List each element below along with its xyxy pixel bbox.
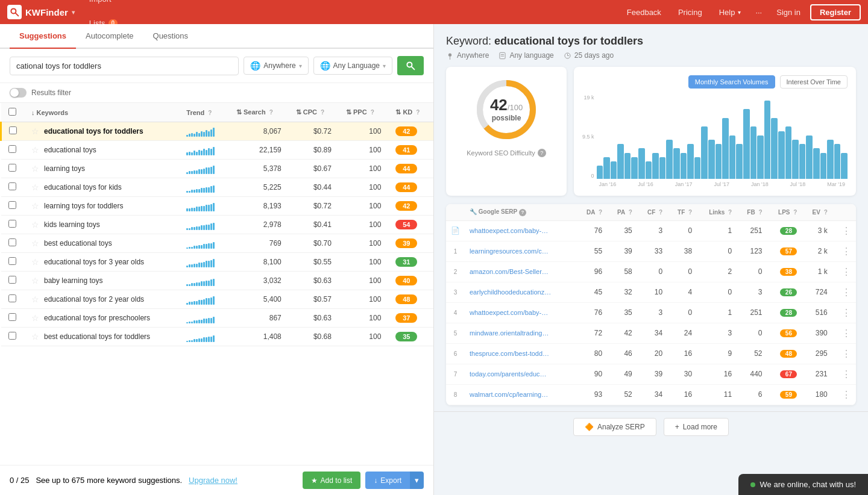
panel-tab-questions[interactable]: Questions <box>143 24 198 49</box>
star-button[interactable]: ☆ <box>31 257 39 267</box>
select-all-checkbox[interactable] <box>8 108 16 116</box>
brand-chevron-icon[interactable]: ▾ <box>72 9 75 16</box>
search-button[interactable] <box>397 56 424 75</box>
add-list-button[interactable]: ★ Add to list <box>303 472 361 489</box>
serp-more-button[interactable]: ⋮ <box>841 287 851 297</box>
panel-tab-autocomplete[interactable]: Autocomplete <box>76 24 143 49</box>
keyword-name[interactable]: best educational toys for toddlers <box>44 332 150 341</box>
serp-more-button[interactable]: ⋮ <box>841 349 851 359</box>
row-checkbox[interactable] <box>8 182 16 190</box>
brand[interactable]: KWFinder ▾ <box>7 5 75 19</box>
nav-signin[interactable]: Sign in <box>769 0 808 24</box>
keyword-name[interactable]: learning toys <box>44 164 85 173</box>
interest-over-time-button[interactable]: Interest Over Time <box>780 75 848 89</box>
serp-link[interactable]: whattoexpect.com/baby-… <box>470 227 548 234</box>
serp-more-button[interactable]: ⋮ <box>841 226 851 236</box>
star-button[interactable]: ☆ <box>31 126 39 136</box>
th-keywords[interactable]: ↓ Keywords <box>24 103 179 122</box>
ppc-cell: 100 <box>339 122 388 141</box>
upgrade-link[interactable]: Upgrade now! <box>189 476 237 485</box>
row-checkbox[interactable] <box>8 332 16 340</box>
star-button[interactable]: ☆ <box>31 238 39 248</box>
trend-bar <box>196 207 198 211</box>
row-checkbox[interactable] <box>8 276 16 284</box>
serp-link[interactable]: today.com/parents/educ… <box>470 370 547 378</box>
serp-kd-badge: 48 <box>780 350 797 358</box>
export-button[interactable]: ↓ Export <box>365 472 410 489</box>
star-button[interactable]: ☆ <box>31 294 39 304</box>
row-checkbox[interactable] <box>8 164 16 172</box>
nav-more[interactable]: ··· <box>750 0 767 24</box>
keyword-name[interactable]: kids learning toys <box>44 220 100 229</box>
help-icon-serp[interactable]: ? <box>519 209 526 216</box>
chat-box[interactable]: We are online, chat with us! <box>738 474 868 495</box>
keyword-name[interactable]: best educational toys <box>44 239 112 248</box>
star-button[interactable]: ☆ <box>31 220 39 229</box>
serp-link[interactable]: amazon.com/Best-Seller… <box>470 268 549 275</box>
th-ppc[interactable]: ⇅ PPC ? <box>339 103 388 122</box>
serp-link[interactable]: walmart.com/cp/learning… <box>470 391 548 398</box>
nav-tab-import[interactable]: Import <box>80 0 127 12</box>
row-checkbox[interactable] <box>8 201 16 209</box>
nav-help[interactable]: Help ▾ <box>712 0 749 24</box>
search-cell: 5,225 <box>229 178 289 197</box>
serp-more-button[interactable]: ⋮ <box>841 328 851 338</box>
load-more-button[interactable]: + Load more <box>664 418 729 436</box>
keyword-name[interactable]: educational toys for preschoolers <box>44 314 150 322</box>
star-button[interactable]: ☆ <box>31 276 39 285</box>
serp-link[interactable]: thespruce.com/best-todd… <box>470 350 549 357</box>
serp-link[interactable]: learningresources.com/c… <box>470 248 549 255</box>
panel-tab-suggestions[interactable]: Suggestions <box>10 24 76 49</box>
search-input[interactable] <box>10 57 239 75</box>
serp-more-button[interactable]: ⋮ <box>841 246 851 257</box>
export-chevron-button[interactable]: ▾ <box>410 472 424 489</box>
chart-bar <box>673 148 680 179</box>
serp-link[interactable]: mindware.orientaltrading… <box>470 329 549 337</box>
star-button[interactable]: ☆ <box>31 182 39 192</box>
row-checkbox[interactable] <box>8 257 16 265</box>
row-checkbox[interactable] <box>8 294 16 302</box>
serp-more-button[interactable]: ⋮ <box>841 390 851 400</box>
nav-pricing[interactable]: Pricing <box>671 0 709 24</box>
keyword-name[interactable]: educational toys for 3 year olds <box>44 258 144 266</box>
analyze-serp-button[interactable]: 🔶 Analyze SERP <box>573 418 656 436</box>
serp-link[interactable]: whattoexpect.com/baby-… <box>470 309 548 316</box>
serp-more-button[interactable]: ⋮ <box>841 369 851 379</box>
star-button[interactable]: ☆ <box>31 313 39 323</box>
serp-more-button[interactable]: ⋮ <box>841 308 851 318</box>
star-button[interactable]: ☆ <box>31 332 39 341</box>
th-search[interactable]: ⇅ Search ? <box>229 103 289 122</box>
chart-bar <box>611 161 617 179</box>
keyword-name[interactable]: learning toys for toddlers <box>44 202 123 210</box>
kd-cell: 44 <box>388 160 433 178</box>
row-checkbox[interactable] <box>9 126 17 134</box>
th-cpc[interactable]: ⇅ CPC ? <box>289 103 339 122</box>
kd-cell: 54 <box>388 216 433 234</box>
th-kd[interactable]: ⇅ KD ? <box>388 103 433 122</box>
monthly-volumes-button[interactable]: Monthly Search Volumes <box>688 75 775 89</box>
star-button[interactable]: ☆ <box>31 164 39 173</box>
serp-row: 3 earlychildhoodeducationz… 45 32 10 4 0… <box>446 282 856 302</box>
row-checkbox[interactable] <box>8 220 16 228</box>
star-button[interactable]: ☆ <box>31 201 39 211</box>
keyword-name[interactable]: educational toys for kids <box>44 183 122 191</box>
keyword-name[interactable]: educational toys for 2 year olds <box>44 295 144 304</box>
nav-feedback[interactable]: Feedback <box>620 0 668 24</box>
serp-row: 8 walmart.com/cp/learning… 93 52 34 16 1… <box>446 384 856 405</box>
keyword-name[interactable]: educational toys for toddlers <box>44 127 143 135</box>
nav-register[interactable]: Register <box>810 4 861 20</box>
star-button[interactable]: ☆ <box>31 145 39 155</box>
language-select[interactable]: 🌐 Any Language ▾ <box>313 57 392 75</box>
keyword-name[interactable]: educational toys <box>44 146 96 154</box>
row-checkbox[interactable] <box>8 145 16 153</box>
location-select[interactable]: 🌐 Anywhere ▾ <box>244 57 308 75</box>
filter-toggle[interactable] <box>10 88 27 98</box>
help-icon[interactable]: ? <box>538 149 546 157</box>
keyword-name[interactable]: baby learning toys <box>44 276 102 285</box>
row-checkbox[interactable] <box>8 238 16 246</box>
serp-link[interactable]: earlychildhoodeducationz… <box>470 288 551 296</box>
row-checkbox[interactable] <box>8 313 16 321</box>
serp-tf: 24 <box>667 323 697 343</box>
serp-more-button[interactable]: ⋮ <box>841 267 851 277</box>
trend-bar <box>213 147 215 155</box>
